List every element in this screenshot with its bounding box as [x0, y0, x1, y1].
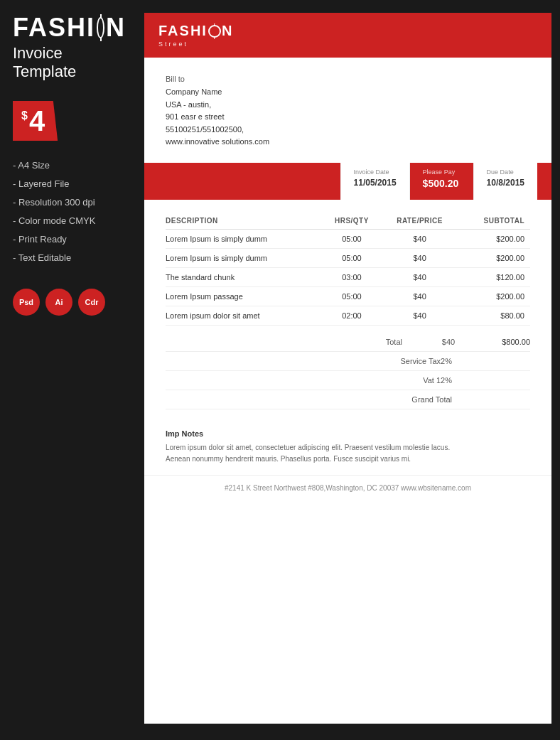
price-amount: 4	[29, 107, 45, 135]
brand-part2: N	[106, 13, 126, 43]
totals-row: Vat 12%	[166, 370, 530, 390]
logo-icon	[208, 25, 221, 38]
total-label: Total	[166, 333, 424, 352]
table-row: Lorem Ipsum is simply dumm 05:00 $40 $20…	[166, 229, 530, 248]
cell-description: Lorem ipsum dolor sit amet	[166, 306, 325, 325]
cell-qty: 05:00	[325, 229, 384, 248]
total-rate: $40	[424, 333, 473, 352]
format-badges: Psd Ai Cdr	[13, 289, 126, 316]
info-bar-end	[537, 163, 551, 200]
footer-text: #2141 K Street Northwest #808,Washington…	[166, 484, 530, 492]
info-bar-spacer	[144, 163, 340, 200]
please-pay-cell: Please Pay $500.20	[409, 163, 473, 200]
price-badge: $ 4	[13, 101, 58, 141]
invoice-footer: #2141 K Street Northwest #808,Washington…	[144, 475, 551, 500]
invoice-table-section: DESCRIPTION HRS/QTY RATE/PRICE SUBTOTAL …	[144, 200, 551, 333]
invoice-logo-main: FASHI N	[158, 23, 233, 39]
info-cells: Invoice Date 11/05/2015 Please Pay $500.…	[340, 163, 537, 200]
total-amount	[473, 351, 530, 370]
cell-qty: 02:00	[325, 306, 384, 325]
please-pay-value: $500.20	[423, 178, 461, 189]
totals-row: Grand Total	[166, 390, 530, 409]
due-date-label: Due Date	[487, 168, 524, 176]
cell-subtotal: $200.00	[461, 248, 530, 267]
website: www.innovative solutions.com	[166, 136, 530, 149]
address3: 55100251/551002500,	[166, 124, 530, 136]
brand-subtitle: Invoice Template	[13, 44, 126, 81]
sidebar: FASHI N Invoice Template $ 4 A4 Size Lay…	[0, 0, 139, 740]
invoice-date-label: Invoice Date	[354, 168, 397, 176]
due-date-cell: Due Date 10/8/2015	[473, 163, 537, 200]
cell-subtotal: $80.00	[461, 306, 530, 325]
brand-part1: FASHI	[13, 13, 95, 43]
feature-item: Color mode CMYK	[13, 212, 126, 230]
address1: USA - austin,	[166, 99, 530, 112]
due-date-value: 10/8/2015	[487, 178, 524, 188]
bill-to-details: Company Name USA - austin, 901 easr e st…	[166, 86, 530, 149]
logo-part2: N	[222, 23, 233, 39]
invoice-info-bar: Invoice Date 11/05/2015 Please Pay $500.…	[144, 163, 551, 200]
cell-rate: $40	[384, 229, 461, 248]
bill-to-section: Bill to Company Name USA - austin, 901 e…	[144, 58, 551, 163]
col-subtotal: SUBTOTAL	[461, 213, 530, 230]
invoice-paper: FASHI N Street Bill to Company Name USA …	[144, 13, 551, 724]
cell-description: The standard chunk	[166, 267, 325, 286]
cell-rate: $40	[384, 286, 461, 306]
col-rate: RATE/PRICE	[384, 213, 461, 230]
cell-qty: 05:00	[325, 286, 384, 306]
price-currency: $	[21, 109, 28, 122]
invoice-logo: FASHI N Street	[158, 23, 233, 48]
feature-item: Print Ready	[13, 230, 126, 249]
format-badge-psd: Psd	[13, 289, 40, 316]
company-name: Company Name	[166, 86, 530, 99]
cell-subtotal: $120.00	[461, 267, 530, 286]
main-content: FASHI N Street Bill to Company Name USA …	[139, 0, 560, 740]
total-label: Service Tax2%	[166, 351, 473, 370]
feature-item: Layered File	[13, 175, 126, 193]
invoice-date-value: 11/05/2015	[354, 178, 397, 188]
totals-section: Total $40 $800.00 Service Tax2% Vat 12% …	[144, 333, 551, 417]
bill-to-label: Bill to	[166, 75, 530, 83]
cell-description: Lorem Ipsum is simply dumm	[166, 229, 325, 248]
feature-item: Text Editable	[13, 249, 126, 267]
total-amount	[473, 390, 530, 409]
cell-rate: $40	[384, 248, 461, 267]
table-row: The standard chunk 03:00 $40 $120.00	[166, 267, 530, 286]
notes-label: Imp Notes	[166, 429, 530, 438]
cell-qty: 03:00	[325, 267, 384, 286]
logo-part1: FASHI	[158, 23, 208, 39]
cell-subtotal: $200.00	[461, 229, 530, 248]
invoice-header: FASHI N Street	[144, 13, 551, 58]
table-header-row: DESCRIPTION HRS/QTY RATE/PRICE SUBTOTAL	[166, 213, 530, 230]
brand-title: FASHI N	[13, 13, 126, 43]
feature-item: A4 Size	[13, 156, 126, 175]
invoice-date-cell: Invoice Date 11/05/2015	[340, 163, 409, 200]
please-pay-label: Please Pay	[423, 168, 461, 176]
features-list: A4 Size Layered File Resolution 300 dpi …	[13, 156, 126, 267]
address2: 901 easr e street	[166, 111, 530, 124]
total-label: Vat 12%	[166, 370, 473, 390]
table-row: Lorem ipsum dolor sit amet 02:00 $40 $80…	[166, 306, 530, 325]
feature-item: Resolution 300 dpi	[13, 193, 126, 212]
cell-qty: 05:00	[325, 248, 384, 267]
col-description: DESCRIPTION	[166, 213, 325, 230]
total-amount	[473, 370, 530, 390]
col-qty: HRS/QTY	[325, 213, 384, 230]
notes-text: Lorem ipsum dolor sit amet, consectetuer…	[166, 442, 530, 465]
cell-description: Lorem Ipsum is simply dumm	[166, 248, 325, 267]
cell-rate: $40	[384, 306, 461, 325]
table-row: Lorem Ipsum is simply dumm 05:00 $40 $20…	[166, 248, 530, 267]
total-label: Grand Total	[166, 390, 473, 409]
cell-rate: $40	[384, 267, 461, 286]
totals-table: Total $40 $800.00 Service Tax2% Vat 12% …	[166, 333, 530, 409]
format-badge-cdr: Cdr	[78, 289, 105, 316]
format-badge-ai: Ai	[45, 289, 72, 316]
logo-sub: Street	[158, 41, 233, 48]
cell-subtotal: $200.00	[461, 286, 530, 306]
cell-description: Lorem Ipsum passage	[166, 286, 325, 306]
notes-section: Imp Notes Lorem ipsum dolor sit amet, co…	[144, 417, 551, 475]
totals-row: Total $40 $800.00	[166, 333, 530, 352]
invoice-table: DESCRIPTION HRS/QTY RATE/PRICE SUBTOTAL …	[166, 213, 530, 326]
total-amount: $800.00	[473, 333, 530, 352]
table-row: Lorem Ipsum passage 05:00 $40 $200.00	[166, 286, 530, 306]
